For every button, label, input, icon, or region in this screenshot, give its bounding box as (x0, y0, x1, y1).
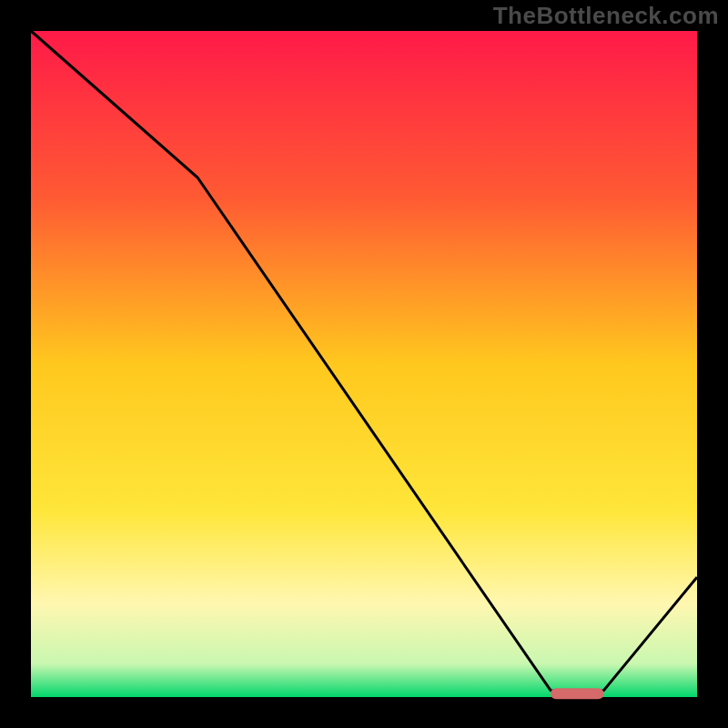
chart-container: TheBottleneck.com (0, 0, 728, 728)
watermark-text: TheBottleneck.com (493, 2, 719, 30)
bottleneck-chart (0, 0, 728, 728)
optimal-range-marker (551, 688, 604, 699)
plot-background (31, 31, 697, 697)
